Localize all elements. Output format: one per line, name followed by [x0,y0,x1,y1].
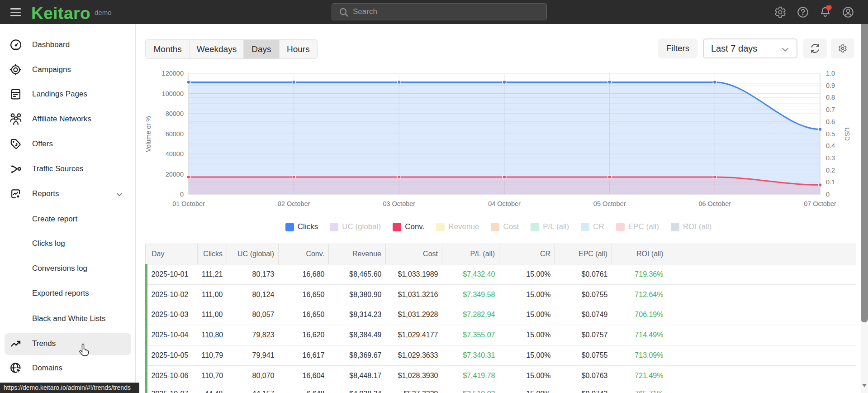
svg-text:40000: 40000 [166,150,184,158]
svg-text:0: 0 [180,191,184,198]
svg-text:0.2: 0.2 [826,167,835,174]
svg-text:0.3: 0.3 [826,154,835,162]
svg-text:120000: 120000 [162,70,184,77]
svg-text:01 October: 01 October [172,200,205,207]
svg-text:0.8: 0.8 [826,94,835,101]
svg-text:60000: 60000 [166,130,184,138]
svg-text:02 October: 02 October [278,200,310,207]
svg-text:0.7: 0.7 [826,106,835,113]
svg-text:07 October: 07 October [804,200,836,207]
svg-text:USD: USD [844,127,851,141]
svg-text:06 October: 06 October [698,200,731,207]
svg-text:80000: 80000 [166,110,184,117]
svg-text:0: 0 [826,191,830,198]
svg-text:0.9: 0.9 [826,82,835,89]
svg-text:0.5: 0.5 [826,130,835,138]
svg-text:1.0: 1.0 [826,70,835,77]
svg-text:04 October: 04 October [488,200,521,207]
svg-text:0.6: 0.6 [826,118,835,125]
svg-text:20000: 20000 [166,171,184,178]
svg-text:0.4: 0.4 [826,142,835,149]
svg-text:05 October: 05 October [593,200,626,207]
svg-text:03 October: 03 October [383,200,415,207]
svg-text:Volume or %: Volume or % [145,116,152,152]
svg-text:0.1: 0.1 [826,178,835,186]
svg-text:100000: 100000 [162,90,184,97]
